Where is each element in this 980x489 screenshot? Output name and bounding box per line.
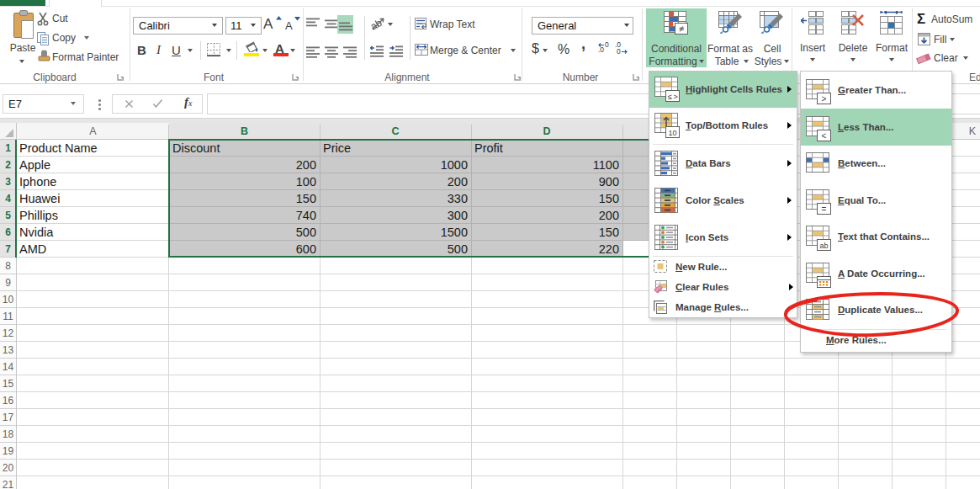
svg-text:0: 0 [617, 47, 621, 56]
svg-text:≠: ≠ [679, 24, 684, 34]
svg-text:.0: .0 [598, 45, 604, 54]
svg-text:>: > [822, 94, 827, 104]
svg-text:≤: ≤ [668, 93, 672, 101]
svg-text:>: > [674, 93, 678, 101]
svg-text:=: = [822, 205, 827, 214]
svg-text:<: < [822, 131, 827, 141]
svg-text:ab: ab [819, 242, 828, 250]
svg-text:10: 10 [668, 129, 676, 137]
svg-text:0: 0 [605, 42, 609, 49]
